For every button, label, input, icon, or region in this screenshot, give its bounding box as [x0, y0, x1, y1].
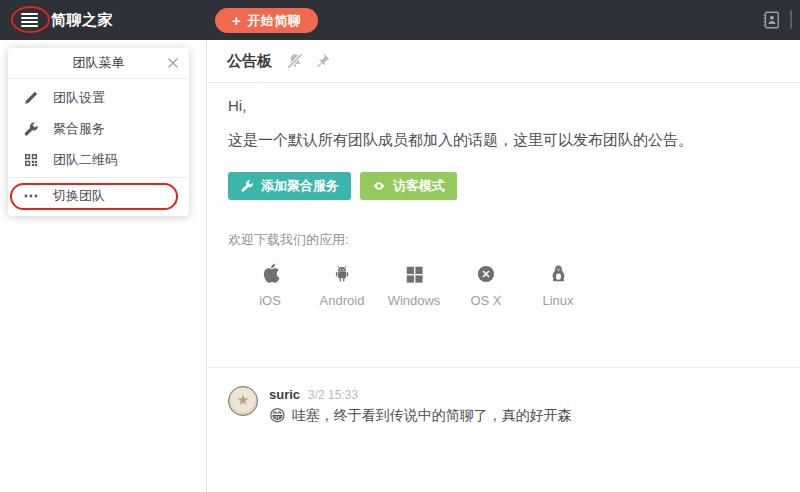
team-menu-header: 团队菜单 [8, 48, 189, 78]
platform-list: iOS [234, 262, 780, 308]
platform-linux[interactable]: Linux [522, 262, 594, 308]
menu-item-team-settings[interactable]: 团队设置 [8, 82, 189, 113]
download-apps-label: 欢迎下载我们的应用: [228, 231, 780, 249]
plus-icon: + [232, 13, 241, 28]
platform-label: Android [320, 293, 365, 308]
ellipsis-icon [23, 188, 39, 204]
pushpin-icon [313, 52, 331, 70]
topic-title: 公告板 [227, 52, 272, 71]
announcement-body: 这是一个默认所有团队成员都加入的话题，这里可以发布团队的公告。 [228, 131, 780, 150]
platform-ios[interactable]: iOS [234, 262, 306, 308]
menu-header-divider [8, 78, 189, 79]
pencil-icon [23, 90, 39, 106]
platform-osx[interactable]: OS X [450, 262, 522, 308]
sand-dollar-avatar-icon [234, 392, 252, 410]
menu-item-team-qrcode[interactable]: 团队二维码 [8, 144, 189, 175]
menu-item-label: 团队设置 [53, 89, 105, 107]
notification-mute-button[interactable] [286, 52, 304, 70]
main-content: 公告板 Hi, 这是一个默认所有团队成员都加入的话题，这里可以发布团队的公告。 [208, 40, 800, 492]
menu-item-label: 聚合服务 [53, 120, 105, 138]
start-chat-label: 开始简聊 [247, 12, 301, 30]
grinning-emoji: 😁 [269, 408, 286, 424]
android-icon [332, 263, 352, 284]
hamburger-menu-button[interactable] [21, 13, 38, 28]
guest-mode-button[interactable]: 访客模式 [360, 172, 457, 200]
team-menu-title: 团队菜单 [73, 54, 125, 72]
message-timestamp: 3/2 15:33 [308, 388, 358, 402]
menu-item-switch-team[interactable]: 切换团队 [8, 180, 189, 211]
close-icon [166, 56, 180, 70]
add-integration-button[interactable]: 添加聚合服务 [228, 172, 351, 200]
message-author: suric [269, 387, 300, 402]
platform-windows[interactable]: Windows [378, 262, 450, 308]
platform-label: OS X [470, 293, 501, 308]
message-text: 哇塞，终于看到传说中的简聊了，真的好开森 [292, 407, 572, 425]
greeting-text: Hi, [228, 97, 780, 114]
windows-icon [405, 265, 424, 284]
close-button[interactable] [166, 56, 180, 70]
osx-icon [476, 264, 496, 284]
menu-item-integrations[interactable]: 聚合服务 [8, 113, 189, 144]
bell-slash-icon [286, 52, 304, 70]
pin-topic-button[interactable] [313, 52, 331, 70]
team-menu-panel: 团队菜单 团队设置 聚合服务 团队二维码 切换团队 [8, 48, 189, 216]
menu-separator [8, 177, 189, 178]
wrench-icon [240, 179, 254, 193]
apple-icon [261, 262, 280, 284]
app-title: 简聊之家 [51, 11, 113, 30]
linux-icon [549, 263, 568, 284]
top-bar: 简聊之家 + 开始简聊 [0, 0, 800, 40]
topbar-divider [790, 10, 792, 29]
platform-label: Windows [388, 293, 441, 308]
avatar[interactable] [228, 386, 258, 416]
platform-label: iOS [259, 293, 281, 308]
platform-label: Linux [542, 293, 573, 308]
address-book-icon [761, 10, 781, 30]
hamburger-icon [21, 13, 38, 15]
menu-item-label: 切换团队 [53, 187, 105, 205]
message-row: suric 3/2 15:33 😁 哇塞，终于看到传说中的简聊了，真的好开森 [208, 367, 800, 425]
guest-mode-label: 访客模式 [393, 177, 445, 195]
qrcode-icon [23, 152, 39, 168]
add-integration-label: 添加聚合服务 [261, 177, 339, 195]
contacts-button[interactable] [761, 10, 781, 30]
announcement-block: Hi, 这是一个默认所有团队成员都加入的话题，这里可以发布团队的公告。 添加聚合… [208, 83, 800, 367]
topic-header: 公告板 [208, 40, 800, 83]
eye-icon [372, 179, 386, 193]
wrench-icon [23, 121, 39, 137]
platform-android[interactable]: Android [306, 262, 378, 308]
start-chat-button[interactable]: + 开始简聊 [215, 8, 318, 33]
menu-item-label: 团队二维码 [53, 151, 118, 169]
